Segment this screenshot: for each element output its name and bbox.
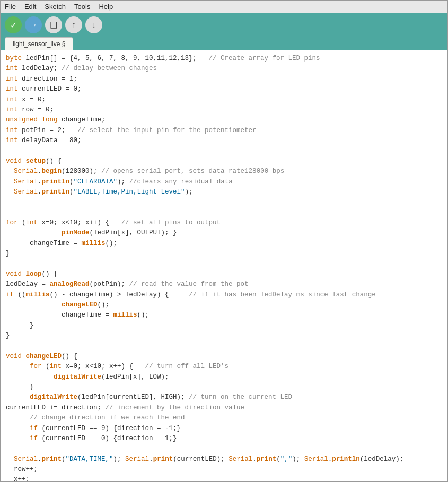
- tab-label: light_sensor_live §: [13, 40, 65, 48]
- code-content: byte ledPin[] = {4, 5, 6, 7, 8, 9, 10,11…: [6, 54, 442, 481]
- tab-bar: light_sensor_live §: [1, 37, 447, 50]
- menu-edit[interactable]: Edit: [24, 3, 36, 11]
- save-button[interactable]: ↓: [85, 16, 102, 33]
- new-button[interactable]: ❑: [45, 16, 62, 33]
- menu-tools[interactable]: Tools: [74, 3, 90, 11]
- toolbar: ✓ → ❑ ↑ ↓: [1, 13, 447, 37]
- app-window: File Edit Sketch Tools Help ✓ → ❑ ↑ ↓ li…: [0, 0, 448, 482]
- tab-light-sensor-live[interactable]: light_sensor_live §: [5, 37, 73, 50]
- menu-file[interactable]: File: [5, 3, 16, 11]
- menu-sketch[interactable]: Sketch: [45, 3, 66, 11]
- upload-button[interactable]: →: [25, 16, 42, 33]
- menu-help[interactable]: Help: [99, 3, 113, 11]
- verify-button[interactable]: ✓: [5, 16, 22, 33]
- open-button[interactable]: ↑: [65, 16, 82, 33]
- code-editor[interactable]: byte ledPin[] = {4, 5, 6, 7, 8, 9, 10,11…: [1, 50, 447, 481]
- menubar: File Edit Sketch Tools Help: [1, 1, 447, 13]
